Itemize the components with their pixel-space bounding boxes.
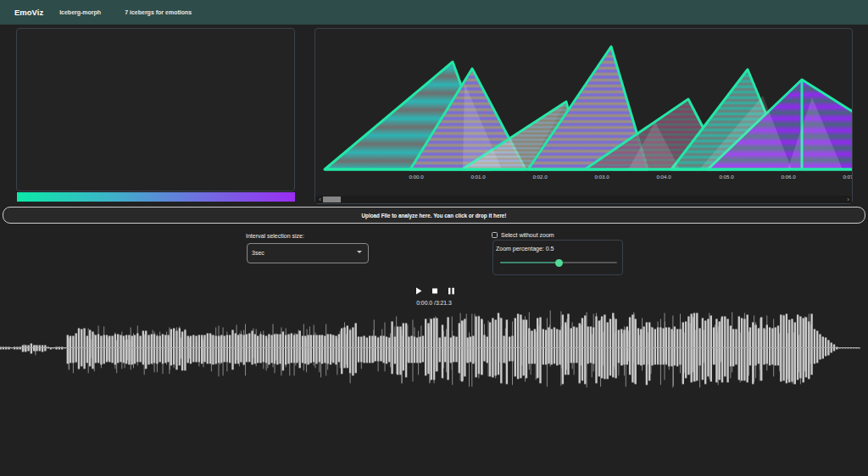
svg-text:0:03.0: 0:03.0 bbox=[594, 174, 609, 180]
svg-text:0:02.0: 0:02.0 bbox=[532, 174, 548, 180]
svg-text:0:01.0: 0:01.0 bbox=[470, 174, 486, 180]
svg-text:0:00.0: 0:00.0 bbox=[409, 174, 424, 180]
svg-text:0:06.0: 0:06.0 bbox=[781, 174, 796, 180]
svg-text:0:04.0: 0:04.0 bbox=[656, 174, 671, 180]
svg-text:0:05.0: 0:05.0 bbox=[719, 174, 734, 180]
svg-text:0:07.0: 0:07.0 bbox=[843, 174, 852, 180]
